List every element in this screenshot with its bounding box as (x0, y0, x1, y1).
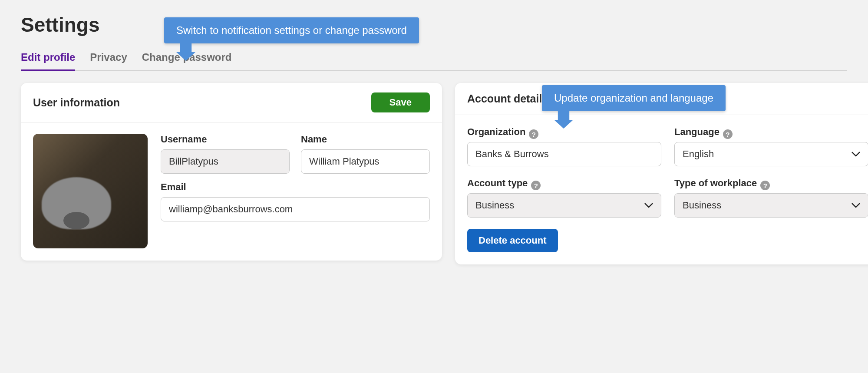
help-icon[interactable]: ? (529, 129, 538, 139)
name-input[interactable] (301, 149, 430, 174)
username-field-group: Username (161, 134, 290, 174)
annotation-account: Update organization and language (542, 85, 726, 111)
help-icon[interactable]: ? (760, 181, 770, 190)
tabs-bar: Edit profile Privacy Change password (21, 49, 847, 71)
account-type-label: Account type (467, 178, 528, 189)
workplace-value: Business (683, 200, 721, 211)
save-button[interactable]: Save (371, 92, 430, 112)
page-title: Settings (21, 13, 847, 36)
settings-page: Settings Edit profile Privacy Change pas… (21, 13, 847, 264)
language-select[interactable]: English (674, 142, 868, 166)
user-card-header: User information Save (21, 83, 442, 122)
delete-account-button[interactable]: Delete account (467, 229, 558, 252)
email-label: Email (161, 182, 430, 193)
name-field-group: Name (301, 134, 430, 174)
workplace-field-group: Type of workplace ? Business (674, 178, 868, 218)
chevron-down-icon (851, 151, 860, 157)
name-label: Name (301, 134, 430, 145)
tab-edit-profile[interactable]: Edit profile (21, 49, 75, 71)
account-card-body: Organization ? Language ? English (455, 115, 868, 264)
username-label: Username (161, 134, 290, 145)
user-card-title: User information (33, 96, 120, 109)
language-value: English (683, 149, 714, 160)
annotation-tabs: Switch to notification settings or chang… (164, 17, 419, 43)
help-icon[interactable]: ? (531, 181, 541, 190)
email-field-group: Email (161, 182, 430, 221)
language-field-group: Language ? English (674, 126, 868, 166)
account-type-value: Business (475, 200, 514, 211)
workplace-select[interactable]: Business (674, 193, 868, 218)
account-type-field-group: Account type ? Business (467, 178, 661, 218)
organization-label: Organization (467, 126, 525, 138)
email-input[interactable] (161, 197, 430, 221)
language-label: Language (674, 126, 719, 138)
user-info-card: User information Save Username Name (21, 83, 442, 261)
avatar[interactable] (33, 134, 148, 248)
account-type-select[interactable]: Business (467, 193, 661, 218)
organization-input[interactable] (467, 142, 661, 166)
chevron-down-icon (851, 202, 860, 208)
chevron-down-icon (644, 202, 653, 208)
account-card-title: Account details (467, 92, 548, 105)
workplace-label: Type of workplace (674, 178, 757, 189)
username-input[interactable] (161, 149, 290, 174)
organization-field-group: Organization ? (467, 126, 661, 166)
help-icon[interactable]: ? (723, 129, 733, 139)
tab-privacy[interactable]: Privacy (90, 49, 127, 71)
user-card-body: Username Name Email (21, 122, 442, 261)
